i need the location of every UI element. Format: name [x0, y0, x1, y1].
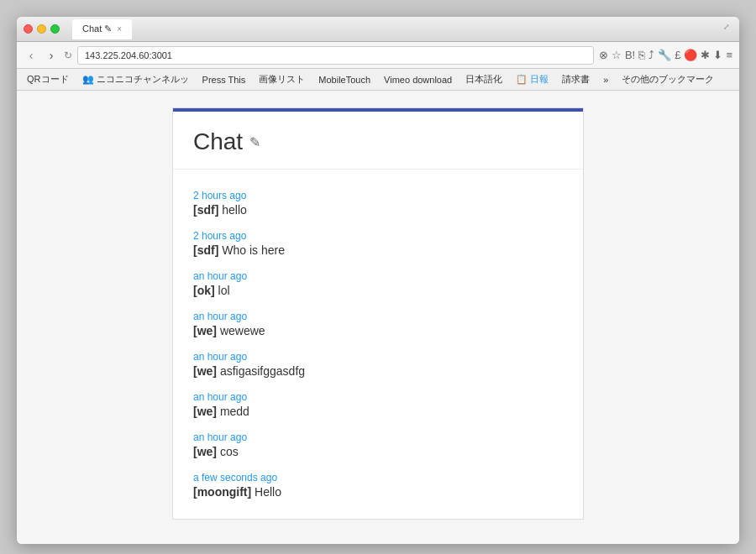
- message-user: [we]: [193, 324, 217, 337]
- message-group: an hour ago[ok] lol: [193, 270, 563, 297]
- message-user: [sdf]: [193, 203, 218, 217]
- chat-title-text: Chat: [193, 128, 243, 155]
- message-time: 2 hours ago: [193, 190, 563, 201]
- message-group: a few seconds ago[moongift] Hello: [193, 472, 563, 499]
- back-button[interactable]: ‹: [24, 48, 39, 63]
- bookmark-invoice[interactable]: 請求書: [559, 71, 593, 87]
- message-group: 2 hours ago[sdf] hello: [193, 190, 563, 217]
- bookmark-vimeo[interactable]: Vimeo download: [381, 73, 455, 86]
- message-time: an hour ago: [193, 391, 563, 403]
- message-group: an hour ago[we] medd: [193, 391, 563, 418]
- refresh-button[interactable]: ↻: [64, 50, 72, 61]
- menu-icon[interactable]: ≡: [726, 49, 732, 61]
- message-text: [moongift] Hello: [193, 485, 563, 499]
- message-group: 2 hours ago[sdf] Who is here: [193, 230, 563, 257]
- message-user: [sdf]: [193, 243, 218, 257]
- forward-button[interactable]: ›: [44, 48, 59, 63]
- message-text: [we] asfigasifggasdfg: [193, 364, 563, 378]
- address-bar: ‹ › ↻ 143.225.204.60:3001 ⊗ ☆ B! ⎘ ⤴ 🔧 £…: [17, 42, 739, 69]
- fullscreen-icon[interactable]: ⤢: [723, 23, 732, 32]
- message-user: [we]: [193, 405, 217, 418]
- bookmark-press[interactable]: Press This: [199, 73, 249, 86]
- message-text: [ok] lol: [193, 284, 563, 297]
- copy-icon[interactable]: ⎘: [638, 49, 645, 61]
- stop-icon[interactable]: ⊗: [599, 49, 608, 61]
- minimize-button[interactable]: [37, 24, 46, 34]
- maximize-button[interactable]: [50, 24, 60, 34]
- tab-close-icon[interactable]: ×: [117, 24, 122, 34]
- active-tab[interactable]: Chat ✎ ×: [72, 19, 132, 39]
- message-group: an hour ago[we] asfigasifggasdfg: [193, 351, 563, 378]
- share-icon[interactable]: ⤴: [648, 49, 654, 61]
- page-content: Chat ✎ 2 hours ago[sdf] hello2 hours ago…: [17, 91, 739, 544]
- message-time: 2 hours ago: [193, 230, 563, 242]
- bookmark-images[interactable]: 画像リスト: [255, 71, 308, 87]
- browser-icons: ⊗ ☆ B! ⎘ ⤴ 🔧 £ 🔴 ✱ ⬇ ≡: [599, 49, 732, 61]
- message-text: [we] wewewe: [193, 324, 563, 337]
- chat-title: Chat ✎: [193, 128, 563, 155]
- traffic-lights: [24, 24, 60, 34]
- message-time: an hour ago: [193, 270, 563, 282]
- bookmark-more[interactable]: »: [600, 73, 612, 86]
- ext-icon2[interactable]: ✱: [701, 49, 710, 61]
- bookmark-icon[interactable]: B!: [625, 49, 635, 61]
- title-bar: Chat ✎ × ⤢: [17, 17, 739, 42]
- bookmark-nico[interactable]: 👥 ニコニコチャンネルッ: [79, 71, 192, 87]
- message-text: [sdf] hello: [193, 203, 563, 217]
- bookmark-nippo[interactable]: 📋 日報: [512, 71, 552, 87]
- bookmark-qr[interactable]: QRコード: [24, 71, 72, 87]
- tab-bar: Chat ✎ ×: [72, 19, 132, 39]
- chat-header: Chat ✎: [173, 112, 583, 170]
- message-text: [sdf] Who is here: [193, 243, 563, 257]
- message-user: [we]: [193, 364, 217, 378]
- bookmark-mobile[interactable]: MobileTouch: [315, 73, 374, 86]
- message-time: an hour ago: [193, 431, 563, 443]
- url-text: 143.225.204.60:3001: [85, 50, 172, 60]
- bookmarks-bar: QRコード 👥 ニコニコチャンネルッ Press This 画像リスト Mobi…: [17, 69, 739, 91]
- chat-messages: 2 hours ago[sdf] hello2 hours ago[sdf] W…: [173, 170, 583, 519]
- browser-window: Chat ✎ × ⤢ ‹ › ↻ 143.225.204.60:3001 ⊗ ☆…: [17, 17, 739, 544]
- message-group: an hour ago[we] cos: [193, 431, 563, 458]
- url-input[interactable]: 143.225.204.60:3001: [77, 46, 594, 65]
- message-text: [we] medd: [193, 405, 563, 418]
- bookmark-jp[interactable]: 日本語化: [462, 71, 506, 87]
- download-icon[interactable]: ⬇: [713, 49, 722, 61]
- message-time: an hour ago: [193, 351, 563, 363]
- message-text: [we] cos: [193, 445, 563, 458]
- message-user: [ok]: [193, 284, 215, 297]
- currency-icon[interactable]: £: [675, 49, 680, 61]
- tools-icon[interactable]: 🔧: [658, 49, 671, 61]
- message-user: [we]: [193, 445, 217, 458]
- message-group: an hour ago[we] wewewe: [193, 311, 563, 337]
- bookmark-others[interactable]: その他のブックマーク: [618, 71, 717, 87]
- tab-title: Chat ✎: [82, 24, 112, 34]
- close-button[interactable]: [24, 24, 33, 34]
- message-time: an hour ago: [193, 311, 563, 322]
- star-icon[interactable]: ☆: [612, 49, 622, 61]
- message-time: a few seconds ago: [193, 472, 563, 483]
- ext-icon1[interactable]: 🔴: [684, 49, 697, 61]
- chat-container: Chat ✎ 2 hours ago[sdf] hello2 hours ago…: [172, 107, 584, 520]
- edit-icon[interactable]: ✎: [249, 134, 260, 150]
- message-user: [moongift]: [193, 485, 251, 499]
